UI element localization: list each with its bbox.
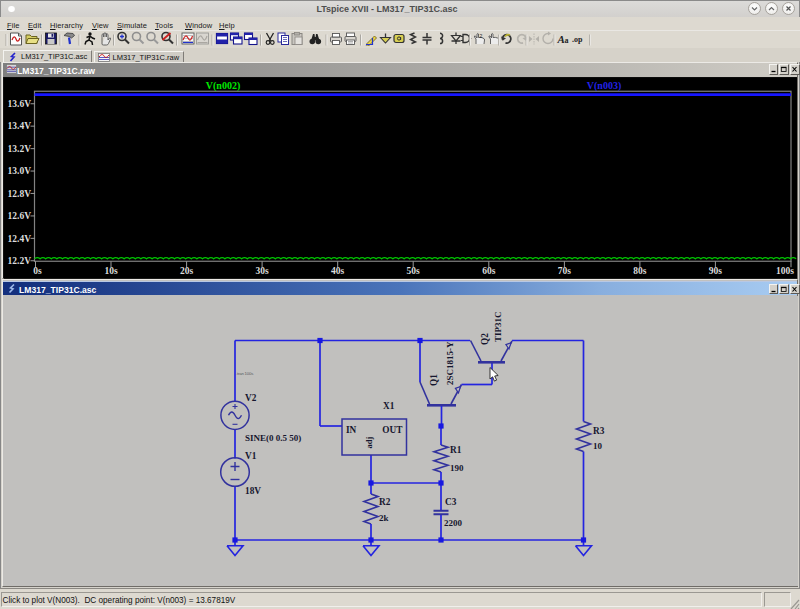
svg-text:40s: 40s bbox=[331, 265, 345, 275]
svg-text:V(n003): V(n003) bbox=[587, 79, 621, 91]
svg-text:18V: 18V bbox=[245, 486, 261, 496]
svg-text:13.6V: 13.6V bbox=[8, 98, 32, 108]
svg-text:Q1: Q1 bbox=[429, 374, 439, 386]
svg-text:adj: adj bbox=[364, 437, 374, 449]
svg-text:30s: 30s bbox=[255, 265, 269, 275]
svg-text:2: 2 bbox=[480, 33, 483, 39]
svg-text:IN: IN bbox=[346, 425, 357, 435]
svg-text:OUT: OUT bbox=[382, 425, 403, 435]
svg-text:12.2V: 12.2V bbox=[8, 255, 32, 265]
svg-text:13.4V: 13.4V bbox=[8, 121, 32, 131]
svg-text:10: 10 bbox=[593, 441, 603, 451]
svg-text:2k: 2k bbox=[379, 513, 389, 523]
svg-text:13.2V: 13.2V bbox=[8, 143, 32, 153]
svg-text:190: 190 bbox=[450, 463, 464, 473]
svg-text:Q2: Q2 bbox=[480, 333, 490, 345]
svg-text:.tran 100s: .tran 100s bbox=[236, 371, 253, 376]
svg-text:R1: R1 bbox=[450, 445, 462, 455]
svg-text:12.8V: 12.8V bbox=[8, 188, 32, 198]
svg-text:60s: 60s bbox=[482, 265, 496, 275]
svg-text:R2: R2 bbox=[379, 497, 391, 507]
svg-text:13.0V: 13.0V bbox=[8, 166, 32, 176]
svg-text:2200: 2200 bbox=[444, 518, 463, 528]
svg-text:70s: 70s bbox=[558, 265, 572, 275]
svg-text:SINE(0 0.5 50): SINE(0 0.5 50) bbox=[245, 433, 301, 443]
svg-text:V2: V2 bbox=[245, 393, 257, 403]
svg-text:2SC1815-Y: 2SC1815-Y bbox=[445, 341, 455, 385]
svg-text:90s: 90s bbox=[709, 265, 723, 275]
svg-text:a: a bbox=[565, 36, 569, 45]
svg-text:50s: 50s bbox=[407, 265, 421, 275]
svg-text:12.6V: 12.6V bbox=[8, 211, 32, 221]
svg-text:20s: 20s bbox=[180, 265, 194, 275]
svg-text:.op: .op bbox=[572, 34, 583, 43]
svg-text:12.4V: 12.4V bbox=[8, 233, 32, 243]
svg-text:X1: X1 bbox=[383, 401, 395, 411]
svg-text:R3: R3 bbox=[593, 426, 605, 436]
svg-text:TIP31C: TIP31C bbox=[493, 311, 503, 342]
svg-text:100s: 100s bbox=[776, 265, 794, 275]
svg-text:80s: 80s bbox=[633, 265, 647, 275]
svg-text:0s: 0s bbox=[33, 265, 42, 275]
svg-text:C3: C3 bbox=[445, 497, 457, 507]
svg-text:V(n002): V(n002) bbox=[206, 79, 240, 91]
svg-text:V1: V1 bbox=[245, 451, 257, 461]
svg-text:10s: 10s bbox=[104, 265, 118, 275]
